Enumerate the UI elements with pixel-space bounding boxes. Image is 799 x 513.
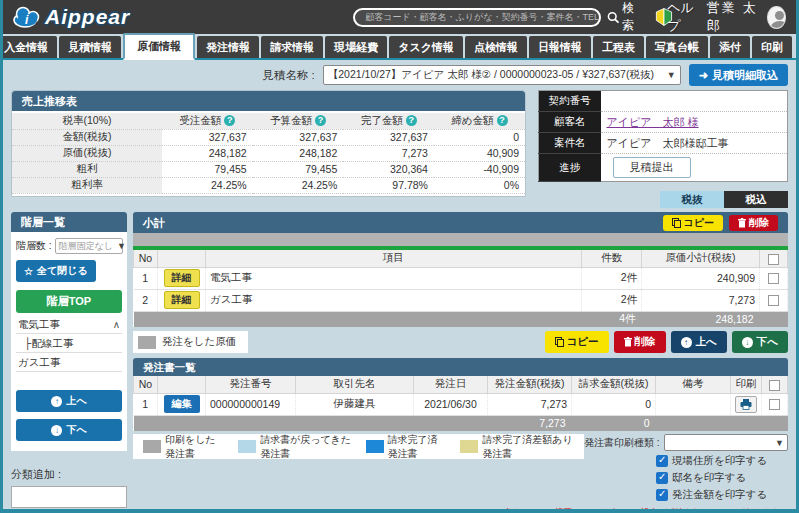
sales-cell: 97.78% — [343, 177, 434, 193]
subtotal-row: 1 詳細 電気工事 2件 240,909 — [134, 267, 788, 289]
logo-text: Aippear — [45, 5, 130, 29]
question-icon[interactable] — [224, 115, 235, 126]
select-all-checkbox[interactable] — [769, 380, 780, 391]
main-tabbar: 案件情報 入金情報 見積情報 原価情報 発注情報 請求情報 現場経費 タスク情報… — [3, 34, 796, 58]
search-button[interactable]: 検索 — [607, 0, 645, 34]
tab-genba-keihi[interactable]: 現場経費 — [325, 36, 387, 58]
subtotal-panel: 小計 コピー 削除 — [133, 212, 788, 353]
estimate-select[interactable]: 【2021/10/27】アイピア 太郎 様② / 0000000023-05 /… — [323, 65, 681, 85]
print-type-select[interactable]: ▼ — [664, 434, 788, 451]
move-down-button[interactable]: ↓ 下へ — [16, 419, 122, 441]
import-estimate-button[interactable]: ➜ 見積明細取込 — [689, 64, 788, 86]
subtotal-copy-button[interactable]: コピー — [663, 215, 723, 231]
legend-swatch — [138, 336, 156, 349]
tab-genka-active[interactable]: 原価情報 — [123, 33, 195, 60]
tab-insatsu[interactable]: 印刷 — [752, 36, 792, 58]
sales-corner-cell: 税率(10%) — [12, 113, 162, 129]
legend-swatch-printed — [143, 440, 161, 453]
print-option-site-address[interactable]: 現場住所を印字する — [656, 454, 788, 468]
category-add-label: 分類追加 : — [11, 467, 127, 482]
app-window: i Aippear 顧客コード・顧客名・ふりがな・契約番号・案件名・TEL・住所… — [0, 0, 799, 513]
legend-swatch-billed-diff — [460, 440, 478, 453]
chevron-up-icon[interactable]: ∧ — [113, 315, 120, 333]
sales-cell: 0% — [434, 177, 525, 193]
user-avatar-icon[interactable] — [767, 6, 786, 29]
row-move-up-button[interactable]: ↑ 上へ — [671, 331, 727, 353]
subtotal-copy-button-2[interactable]: コピー — [545, 331, 609, 353]
tab-hacchu[interactable]: 発注情報 — [197, 36, 259, 58]
row-checkbox[interactable] — [769, 399, 780, 410]
order-date: 2021/06/30 — [414, 393, 488, 415]
hierarchy-tree: 電気工事 ∧ ├配線工事 ガス工事 — [16, 315, 122, 372]
sales-cell: 7,273 — [343, 145, 434, 161]
purchase-order-table: No 発注番号 取引先名 発注日 発注金額(税抜) 請求金額(税抜) 備考 印刷 — [133, 376, 788, 431]
tab-kotei[interactable]: 工程表 — [593, 36, 644, 58]
project-label: 案件名 — [539, 133, 601, 154]
question-icon[interactable] — [315, 115, 326, 126]
row-move-down-button[interactable]: ↓ 下へ — [732, 331, 788, 353]
help-label: ヘルプ — [667, 0, 701, 35]
tree-item-wiring[interactable]: ├配線工事 — [16, 334, 122, 353]
tab-seikyu[interactable]: 請求情報 — [261, 36, 323, 58]
question-icon[interactable] — [497, 115, 508, 126]
question-icon[interactable] — [406, 115, 417, 126]
tax-excluded-toggle[interactable]: 税抜 — [660, 191, 724, 208]
category-add-input[interactable] — [11, 486, 127, 508]
sales-row-profit: 粗利 79,455 79,455 320,364 -40,909 — [12, 161, 525, 177]
app-logo[interactable]: i Aippear — [13, 5, 130, 29]
global-search-input[interactable]: 顧客コード・顧客名・ふりがな・契約番号・案件名・TEL・住所 — [353, 8, 601, 27]
customer-name-link[interactable]: アイピア 太郎 様 — [607, 116, 699, 128]
circle-down-icon: ↓ — [51, 425, 62, 436]
tax-included-toggle[interactable]: 税込 — [724, 191, 788, 208]
edit-button[interactable]: 編集 — [164, 395, 200, 413]
hierarchy-top-button[interactable]: 階層TOP — [16, 290, 122, 313]
circle-up-icon: ↑ — [681, 337, 692, 348]
subtotal-delete-button-2[interactable]: 削除 — [614, 331, 666, 353]
tree-item-gas[interactable]: ガス工事 — [16, 353, 122, 372]
hierarchy-level-label: 階層数 : — [16, 239, 52, 253]
user-name: 営業 太郎 — [707, 0, 761, 35]
tab-nippo[interactable]: 日報情報 — [529, 36, 591, 58]
tab-nyukin[interactable]: 入金情報 — [0, 36, 57, 58]
subtotal-total-amount: 248,182 — [642, 311, 760, 327]
printer-icon — [740, 399, 752, 410]
chevron-down-icon: ▼ — [775, 438, 784, 448]
tab-tenken[interactable]: 点検情報 — [465, 36, 527, 58]
tab-mitsumori[interactable]: 見積情報 — [59, 36, 121, 58]
print-option-order-amount[interactable]: 発注金額を印字する — [656, 488, 788, 502]
hierarchy-panel-title: 階層一覧 — [11, 212, 127, 232]
circle-down-icon: ↓ — [742, 337, 753, 348]
tree-item-electrical[interactable]: 電気工事 ∧ — [16, 315, 122, 334]
progress-status-button[interactable]: 見積提出 — [613, 157, 691, 178]
customer-label: 顧客名 — [539, 112, 601, 133]
order-total-row: 7,273 0 — [134, 415, 788, 431]
hierarchy-sidebar: 階層一覧 階層数 : 階層固定なし ▼ ☆ 全て閉じる 階層TOP — [11, 212, 127, 513]
row-checkbox[interactable] — [768, 273, 779, 284]
select-all-checkbox[interactable] — [768, 254, 779, 265]
tab-task[interactable]: タスク情報 — [389, 36, 463, 58]
sales-panel-title: 売上推移表 — [12, 91, 525, 111]
collapse-all-button[interactable]: ☆ 全て閉じる — [16, 260, 96, 282]
checkbox-checked-icon[interactable] — [656, 455, 668, 467]
order-status-legend: 印刷をした発注書 請求書が戻ってきた発注書 請求完了済発注書 請求完了済差額あり… — [133, 434, 584, 459]
sales-row-profit-rate: 粗利率 24.25% 24.25% 97.78% 0% — [12, 177, 525, 193]
subtotal-col-action — [158, 250, 206, 267]
chevron-down-icon: ▼ — [117, 241, 126, 251]
sales-cell: 24.25% — [162, 177, 253, 193]
detail-button[interactable]: 詳細 — [164, 269, 200, 287]
move-up-button[interactable]: ↑ 上へ — [16, 390, 122, 412]
sales-row-cost: 原価(税抜) 248,182 248,182 7,273 40,909 — [12, 145, 525, 161]
help-button[interactable]: ヘルプ — [653, 0, 701, 35]
tab-shashin[interactable]: 写真台帳 — [646, 36, 708, 58]
subtotal-delete-button[interactable]: 削除 — [729, 215, 778, 231]
row-checkbox[interactable] — [768, 295, 779, 306]
checkbox-checked-icon[interactable] — [656, 489, 668, 501]
estimate-select-value: 【2021/10/27】アイピア 太郎 様② / 0000000023-05 /… — [328, 68, 654, 82]
tab-tempu[interactable]: 添付 — [710, 36, 750, 58]
hierarchy-level-select[interactable]: 階層固定なし ▼ — [55, 238, 123, 254]
print-button[interactable] — [735, 396, 757, 413]
print-option-residence-name[interactable]: 邸名を印字する — [656, 471, 788, 485]
detail-button[interactable]: 詳細 — [164, 291, 200, 309]
checkbox-checked-icon[interactable] — [656, 472, 668, 484]
subtotal-table: No 項目 件数 原価小計(税抜) 1 詳細 電気工事 — [133, 250, 788, 327]
